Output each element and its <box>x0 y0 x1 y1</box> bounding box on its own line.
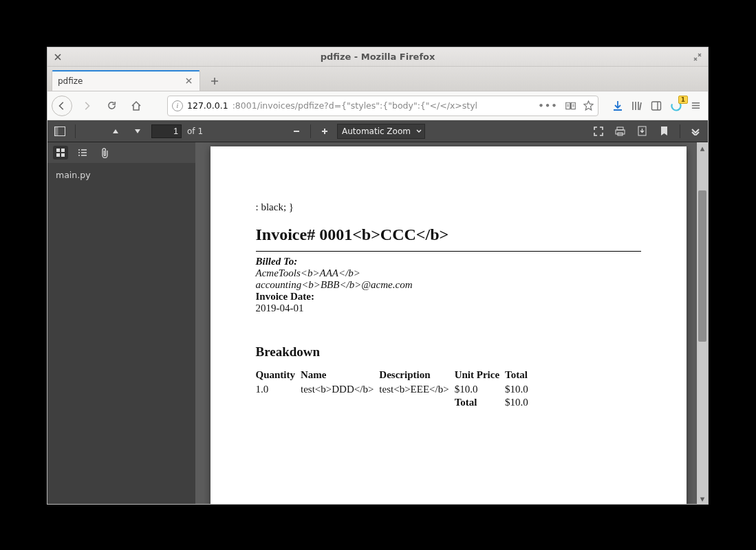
thumbnails-view-button[interactable] <box>53 146 68 160</box>
forward-button <box>76 96 97 116</box>
invoice-title-prefix: Invoice <box>256 226 307 243</box>
col-total: Total <box>505 369 534 384</box>
svg-rect-3 <box>55 126 58 135</box>
browser-tab[interactable]: pdfize <box>52 70 200 91</box>
pdf-sidebar: main.py <box>47 142 195 504</box>
billed-to-label: Billed To: <box>256 256 641 267</box>
pdf-page-area[interactable]: : black; } Invoice# 0001<b>CCC</b> Bille… <box>195 142 708 504</box>
reload-button[interactable] <box>101 96 122 116</box>
zoom-in-button[interactable] <box>316 123 333 140</box>
scroll-thumb[interactable] <box>698 190 706 342</box>
prev-page-button[interactable] <box>107 123 124 140</box>
cell-qty: 1.0 <box>256 384 301 397</box>
address-bar[interactable]: i 127.0.0.1:8001/invoices/pdfize?d={"sty… <box>167 96 598 116</box>
svg-rect-8 <box>56 148 60 152</box>
table-header-row: Quantity Name Description Unit Price Tot… <box>256 369 534 384</box>
notification-badge: 1 <box>678 96 688 104</box>
toggle-sidebar-button[interactable] <box>52 123 68 140</box>
svg-rect-4 <box>617 127 623 130</box>
page-actions-icon[interactable]: ••• <box>539 100 558 111</box>
zoom-select[interactable]: Automatic Zoom <box>337 124 425 139</box>
window-close-button[interactable] <box>50 50 65 64</box>
navigation-toolbar: i 127.0.0.1:8001/invoices/pdfize?d={"sty… <box>47 91 708 120</box>
page-number-input[interactable] <box>151 124 182 138</box>
pdf-page: : black; } Invoice# 0001<b>CCC</b> Bille… <box>210 146 687 504</box>
hamburger-menu-icon[interactable] <box>691 100 701 111</box>
zoom-out-button[interactable] <box>288 123 305 140</box>
tab-title: pdfize <box>58 76 177 86</box>
outline-view-button[interactable] <box>75 146 90 160</box>
browser-window: pdfize - Mozilla Firefox pdfize <box>47 47 709 505</box>
tab-strip: pdfize <box>47 67 708 91</box>
attachments-view-button[interactable] <box>97 146 112 160</box>
svg-rect-10 <box>56 153 60 157</box>
svg-rect-11 <box>61 153 65 157</box>
col-name: Name <box>301 369 379 384</box>
company-email: accounting<b>BBB</b>@acme.com <box>256 279 641 291</box>
sidebar-icon[interactable] <box>651 100 662 111</box>
invoice-title-rest: # 0001<b>CCC</b> <box>307 226 449 243</box>
library-icon[interactable] <box>631 100 642 111</box>
print-button[interactable] <box>612 123 629 140</box>
cell-unit: $10.0 <box>455 384 505 397</box>
pdf-toolbar: of 1 Automatic Zoom <box>47 120 708 142</box>
table-row: 1.0 test<b>DDD</b> test<b>EEE</b> $10.0 … <box>256 384 534 397</box>
bookmark-star-icon[interactable] <box>583 100 594 111</box>
pocket-icon[interactable]: 1 <box>670 100 682 112</box>
pdf-viewer: main.py : black; } Invoice# 0001<b>CCC</… <box>47 142 708 504</box>
back-button[interactable] <box>52 96 72 116</box>
downloads-icon[interactable] <box>612 100 623 111</box>
svg-rect-0 <box>652 102 661 110</box>
breakdown-heading: Breakdown <box>256 344 641 360</box>
table-footer-row: Total $10.0 <box>256 397 534 410</box>
download-pdf-button[interactable] <box>634 123 651 140</box>
window-maximize-button[interactable] <box>690 50 705 64</box>
breakdown-table: Quantity Name Description Unit Price Tot… <box>256 369 534 410</box>
company-name: AcmeTools<b>AAA</b> <box>256 267 641 279</box>
cell-desc: test<b>EEE</b> <box>379 384 454 397</box>
reader-mode-icon[interactable] <box>565 100 576 111</box>
new-tab-button[interactable] <box>204 72 225 91</box>
col-quantity: Quantity <box>256 369 301 384</box>
cell-total: $10.0 <box>505 384 534 397</box>
svg-rect-9 <box>61 148 65 152</box>
scroll-up-arrow[interactable]: ▴ <box>697 142 708 153</box>
chevron-down-icon <box>416 129 422 134</box>
presentation-mode-button[interactable] <box>590 123 607 140</box>
bookmark-button[interactable] <box>656 123 673 140</box>
next-page-button[interactable] <box>129 123 146 140</box>
sidebar-file-item[interactable]: main.py <box>56 170 91 180</box>
invoice-title: Invoice# 0001<b>CCC</b> <box>256 226 641 244</box>
vertical-scrollbar[interactable]: ▴ ▾ <box>697 142 708 504</box>
zoom-select-label: Automatic Zoom <box>342 126 411 136</box>
scroll-down-arrow[interactable]: ▾ <box>697 493 708 504</box>
page-count-label: of 1 <box>187 126 203 136</box>
svg-rect-5 <box>616 130 625 134</box>
tab-close-button[interactable] <box>183 76 194 87</box>
url-host: 127.0.0.1 <box>187 100 228 111</box>
col-description: Description <box>379 369 454 384</box>
site-info-icon[interactable]: i <box>172 100 183 111</box>
invoice-date-label: Invoice Date: <box>256 291 641 302</box>
window-title: pdfize - Mozilla Firefox <box>47 52 708 62</box>
css-leak-text: : black; } <box>256 201 641 213</box>
invoice-date: 2019-04-01 <box>256 302 641 314</box>
footer-total-label: Total <box>455 397 505 410</box>
tools-menu-button[interactable] <box>687 123 704 140</box>
cell-name: test<b>DDD</b> <box>301 384 379 397</box>
col-unit-price: Unit Price <box>455 369 505 384</box>
divider <box>256 251 641 252</box>
home-button[interactable] <box>126 96 147 116</box>
url-path: :8001/invoices/pdfize?d={"styles":{"body… <box>233 100 477 111</box>
window-titlebar: pdfize - Mozilla Firefox <box>47 47 708 67</box>
footer-total-value: $10.0 <box>505 397 534 410</box>
